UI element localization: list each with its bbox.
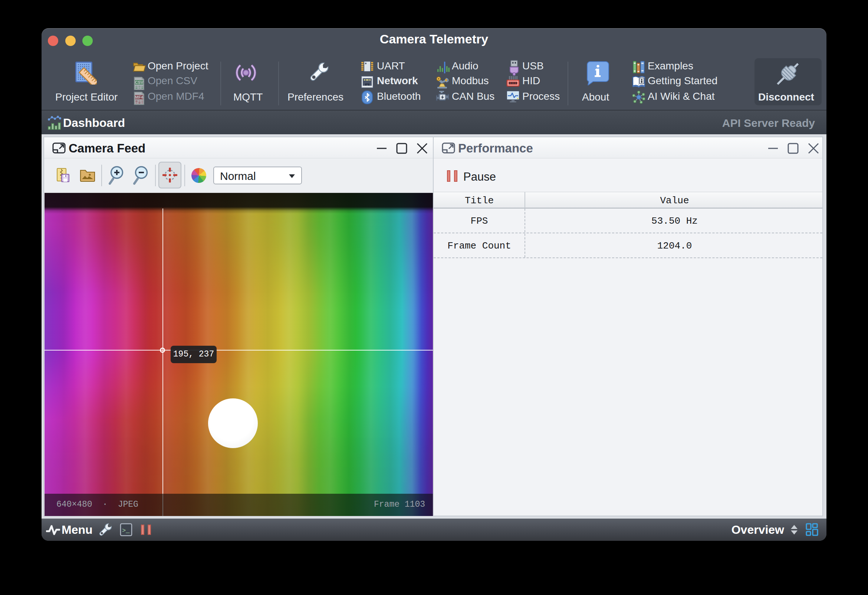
svg-text:MF4: MF4 (135, 95, 143, 99)
svg-text:CSV: CSV (135, 80, 143, 84)
svg-text:>_: >_ (122, 527, 130, 534)
